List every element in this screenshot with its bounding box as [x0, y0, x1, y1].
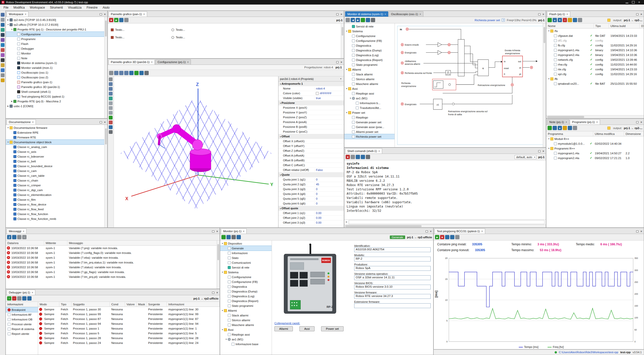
sidebar-item[interactable]: Informazioni OB — [6, 317, 38, 322]
column-header[interactable]: Tipo — [59, 302, 71, 307]
field-value[interactable] — [354, 303, 431, 308]
close-tab-icon[interactable]: × — [420, 13, 421, 16]
scrollbar[interactable] — [341, 23, 344, 58]
expander-icon[interactable] — [221, 329, 224, 331]
tree-item[interactable]: Classe rc_digi_cam — [6, 188, 107, 192]
expander-icon[interactable] — [7, 24, 10, 25]
property-row[interactable]: Quota joint 3 (qj3) 0 — [278, 187, 344, 192]
close-tab-icon[interactable]: × — [596, 121, 598, 124]
field-value[interactable]: RP-2 — [354, 257, 431, 261]
property-row[interactable]: Posizione — [278, 101, 344, 105]
folder-icon[interactable] — [563, 126, 567, 130]
panel-widget[interactable]: Testo... — [171, 28, 341, 31]
column-header[interactable]: Dimensione — [624, 131, 644, 136]
property-row[interactable]: Posizione A (posA) — [278, 120, 344, 125]
tree-item[interactable]: Monitor — [6, 51, 107, 56]
devices-icon[interactable] — [1, 28, 5, 32]
play-icon[interactable]: ▶ — [114, 18, 118, 22]
scrollbar[interactable] — [104, 17, 107, 118]
expander-icon[interactable] — [7, 19, 10, 21]
tree-item[interactable]: Progetto RTE (prj-3) - Macchina 2 — [6, 99, 107, 104]
expander-icon[interactable] — [345, 30, 348, 32]
save-icon[interactable] — [139, 71, 144, 75]
message-row[interactable]: 10/03/2022 10:36:58 sysm-1 Variabile (?.… — [6, 255, 220, 260]
property-row[interactable]: Offset A (offsetA) — [278, 153, 344, 158]
tree-item[interactable]: Note — [6, 56, 107, 61]
message-row[interactable]: 10/03/2022 10:36:58 sysm-1 Variabile (?.… — [6, 270, 220, 274]
panel-widget[interactable]: Testo... — [171, 36, 341, 39]
camera-icon[interactable] — [129, 71, 134, 75]
column-header[interactable]: Modo — [38, 302, 59, 307]
tree-item[interactable]: Classe rc_chain — [6, 178, 107, 183]
column-header[interactable]: Mask — [137, 302, 147, 307]
message-row[interactable]: 10/03/2022 10:36:58 sysm-1 Variabile (?.… — [6, 260, 220, 265]
file-row[interactable]: rhw.cfg ✓ config 11/02/2021 14:44:00 — [546, 62, 644, 67]
tree-item[interactable]: Classe rc_analog_cam — [6, 144, 107, 149]
tree-item[interactable]: Documentazione object block — [6, 140, 107, 144]
tree-item[interactable]: Programmi — [6, 37, 107, 41]
tab-pptest[interactable]: Test ping/pong BCC/31 (pptest-1)× — [434, 228, 485, 234]
tree-item[interactable]: Classe rc_flow_function — [6, 212, 107, 216]
tree-item[interactable]: Classe rc_cam_table — [6, 173, 107, 178]
tree-item[interactable]: ax1 (M1) — [344, 96, 395, 101]
column-header[interactable]: Valore — [125, 302, 137, 307]
tree-item[interactable]: Assi — [220, 327, 272, 332]
tree-item[interactable]: Stato programmi — [220, 303, 272, 308]
shell-mode-select[interactable]: default, auto — [514, 155, 536, 159]
property-row[interactable]: Antropomorfo 1 — [278, 81, 344, 86]
float-panel-icon[interactable] — [100, 13, 102, 15]
breakpoint-row[interactable]: Sempre Fetch Processo 1, passo 30 Nessun… — [38, 307, 220, 312]
property-row[interactable]: Offset — [278, 134, 344, 139]
shell-output[interactable]: sysinfoInformazioni di sistemaRP-2 da Ro… — [344, 160, 546, 219]
pause-icon[interactable]: ∥ — [7, 235, 11, 239]
expander-icon[interactable] — [225, 338, 228, 340]
chevron-down-icon[interactable] — [339, 78, 342, 80]
tree-item[interactable]: ax1 (M1) — [220, 337, 272, 342]
column-header[interactable]: Soggetto — [71, 302, 110, 307]
tree-item[interactable]: Stato — [220, 255, 272, 260]
expander-icon[interactable] — [349, 97, 352, 99]
close-tab-icon[interactable]: × — [566, 13, 568, 16]
pan-icon[interactable] — [119, 71, 123, 75]
property-row[interactable]: Quota joint 1 (qj1) 0 — [278, 177, 344, 182]
zoom-tool-icon[interactable] — [109, 92, 113, 96]
forward-icon[interactable]: ▶ — [356, 18, 360, 22]
tab-programmi[interactable]: Programmi (prj-1)× — [570, 119, 600, 125]
sidebar-item[interactable]: Processi utente — [6, 322, 38, 327]
delete-icon[interactable]: × — [563, 18, 567, 22]
file-row[interactable]: myprogram1.r4a ✓ binary 19/04/2021 14:10… — [546, 48, 644, 52]
close-panel-icon[interactable]: × — [104, 121, 106, 123]
save-icon[interactable] — [573, 18, 577, 22]
view-top-icon[interactable] — [109, 101, 113, 105]
tab-workspace[interactable]: Workspace× — [7, 11, 29, 17]
grid-icon[interactable] — [134, 71, 139, 75]
program-row[interactable]: myprogram1.r4a ✓ 19/04/2021 14:50:27 2.2 — [546, 151, 644, 156]
expander-icon[interactable] — [10, 100, 13, 102]
tree-item[interactable]: Classe rc_cam — [6, 168, 107, 173]
column-header[interactable]: Ultima modifica — [593, 131, 624, 136]
tree-item[interactable]: Progetto RTE (prj-1) - Descrizione del p… — [6, 27, 107, 32]
tree-item[interactable]: Classe rc_bdeserver — [6, 154, 107, 159]
settings-icon[interactable] — [366, 155, 370, 159]
menu-item[interactable]: Strumenti — [47, 5, 65, 10]
expander-icon[interactable] — [547, 78, 550, 80]
close-panel-icon[interactable]: × — [640, 13, 642, 15]
expander-icon[interactable] — [10, 28, 13, 30]
property-row[interactable]: Quota joint 6 (qj6) 0 — [278, 201, 344, 206]
tree-item[interactable]: Test ping/pong BCC/31 (pptest-1) — [6, 94, 107, 99]
save-icon[interactable] — [12, 235, 16, 239]
program-row[interactable]: mymodule1@1.0.0... ✓ 02/02/2022 14:40:34 — [546, 141, 644, 146]
column-header[interactable]: Sorgente — [147, 302, 167, 307]
play-icon[interactable]: ▶ — [435, 235, 439, 239]
tree-item[interactable]: Classe rc_belt — [6, 159, 107, 164]
flash-icon[interactable] — [1, 63, 5, 67]
tree-item[interactable]: Diagnostica (Log) — [344, 53, 395, 57]
pan-tool-icon[interactable] — [109, 87, 113, 91]
expander-icon[interactable] — [221, 243, 224, 244]
column-header[interactable]: Mittente — [44, 241, 67, 245]
save-icon[interactable] — [119, 18, 123, 22]
float-panel-icon[interactable] — [212, 292, 214, 294]
tree-item[interactable]: Diagnostica (Log) — [220, 294, 272, 299]
expander-icon[interactable] — [547, 30, 550, 32]
search-icon[interactable] — [1, 73, 5, 77]
